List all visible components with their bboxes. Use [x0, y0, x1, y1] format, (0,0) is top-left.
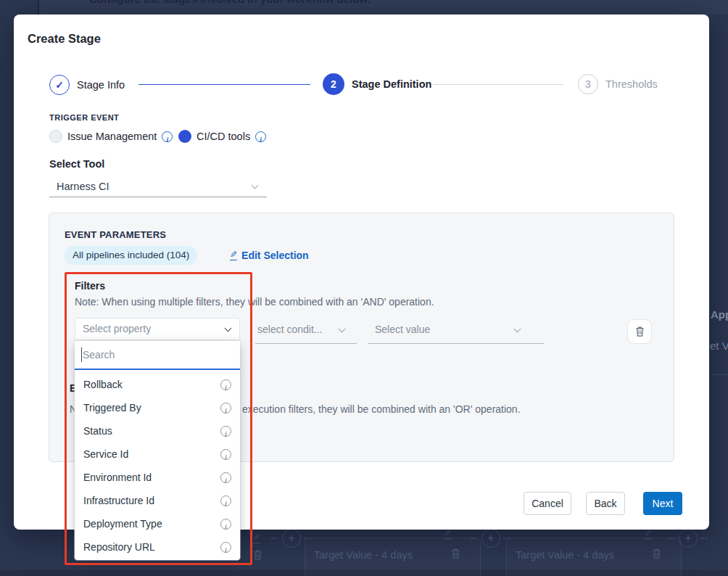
- edit-selection-label: Edit Selection: [241, 250, 309, 261]
- item-label: Repository URL: [83, 541, 155, 553]
- background-bottom-band: [0, 570, 728, 576]
- info-icon[interactable]: [220, 472, 231, 483]
- step-label: Stage Definition: [352, 78, 431, 90]
- filters-note: Note: When using multiple filters, they …: [75, 296, 434, 308]
- modal-title: Create Stage: [28, 32, 101, 46]
- edit-icon: [645, 529, 652, 539]
- radio-issue-management[interactable]: Issue Management: [49, 129, 173, 144]
- next-button[interactable]: Next: [643, 492, 682, 515]
- dropdown-item-infrastructure-id[interactable]: Infrastructure Id: [75, 489, 240, 512]
- step-stage-definition[interactable]: 2 Stage Definition: [323, 73, 431, 95]
- connector-dash: [271, 538, 278, 539]
- step-number: 3: [578, 74, 598, 94]
- step-thresholds[interactable]: 3 Thresholds: [578, 73, 658, 95]
- info-icon[interactable]: [220, 379, 231, 390]
- radio-label: CI/CD tools: [197, 131, 250, 142]
- value-select-underline: [368, 343, 544, 344]
- stepper-connector: [138, 84, 310, 85]
- info-icon[interactable]: [220, 495, 231, 506]
- pipelines-included-badge: All pipelines included (104): [65, 246, 197, 265]
- background-heading-cutoff: Configure the stages involved in your wo…: [89, 0, 371, 5]
- check-icon: [49, 75, 70, 95]
- stage-card-label: Target Value - 4 days: [516, 549, 614, 561]
- info-icon[interactable]: [220, 449, 231, 460]
- background-right-text-fragment: et V: [710, 340, 728, 352]
- search-input[interactable]: [83, 346, 228, 363]
- item-label: Triggered By: [83, 402, 141, 414]
- select-tool-label: Select Tool: [49, 158, 104, 170]
- delete-filter-button[interactable]: [627, 319, 652, 344]
- filters-title: Filters: [75, 280, 105, 292]
- radio-label: Issue Management: [67, 131, 157, 142]
- property-dropdown-panel: Rollback Triggered By Status Service Id …: [75, 341, 240, 560]
- trash-icon: [651, 548, 662, 559]
- step-label: Stage Info: [77, 79, 125, 91]
- background-right-text-fragment: App: [711, 308, 728, 321]
- connector-dash: [668, 538, 674, 539]
- dropdown-item-triggered-by[interactable]: Triggered By: [75, 396, 240, 419]
- background-dashed-line: [712, 374, 728, 375]
- item-label: Service Id: [83, 448, 128, 460]
- stepper-connector: [433, 84, 563, 85]
- chevron-down-icon: [252, 182, 259, 189]
- item-label: Rollback: [83, 379, 123, 390]
- cancel-button[interactable]: Cancel: [524, 492, 571, 515]
- add-icon: [481, 529, 500, 548]
- back-button[interactable]: Back: [586, 492, 625, 515]
- step-label: Thresholds: [605, 78, 658, 90]
- background-left-text-fragment: Y: [0, 61, 5, 73]
- trash-icon: [252, 549, 263, 561]
- edit-selection-link[interactable]: Edit Selection: [230, 250, 309, 261]
- tool-select[interactable]: Harness CI: [49, 177, 267, 197]
- execution-filters-note: execution filters, they will be combined…: [242, 403, 521, 415]
- item-label: Deployment Type: [83, 518, 162, 530]
- screen: Configure the stages involved in your wo…: [0, 0, 728, 576]
- add-icon: [282, 529, 301, 548]
- dropdown-item-rollback[interactable]: Rollback: [75, 373, 240, 396]
- dropdown-item-list: Rollback Triggered By Status Service Id …: [75, 373, 240, 559]
- info-icon[interactable]: [162, 131, 173, 142]
- background-card: Configure the stages involved in your wo…: [38, 0, 728, 15]
- dropdown-item-repository-url[interactable]: Repository URL: [75, 535, 240, 559]
- radio-cicd-tools[interactable]: CI/CD tools: [178, 129, 266, 144]
- property-select-placeholder: Select property: [83, 318, 151, 340]
- dropdown-item-service-id[interactable]: Service Id: [75, 443, 240, 466]
- connector-dash: [471, 538, 477, 539]
- tool-select-value: Harness CI: [57, 177, 109, 196]
- info-icon[interactable]: [255, 131, 266, 142]
- text-cursor: [81, 347, 82, 362]
- event-parameters-title: EVENT PARAMETERS: [65, 229, 166, 240]
- info-icon[interactable]: [220, 519, 231, 530]
- filter-condition-select[interactable]: select condit...: [257, 324, 323, 335]
- item-label: Infrastructure Id: [83, 495, 154, 506]
- add-icon: [679, 529, 698, 548]
- filter-value-select[interactable]: Select value: [375, 324, 430, 335]
- filter-property-select[interactable]: Select property: [75, 318, 240, 340]
- item-label: Status: [83, 425, 112, 437]
- step-stage-info[interactable]: Stage Info: [49, 74, 125, 96]
- edit-icon: [230, 250, 237, 260]
- radio-icon-selected: [178, 130, 191, 143]
- radio-icon: [49, 130, 62, 143]
- condition-select-underline: [255, 343, 357, 344]
- info-icon[interactable]: [220, 426, 231, 437]
- background-top-strip: Configure the stages involved in your wo…: [0, 0, 728, 15]
- dropdown-item-environment-id[interactable]: Environment Id: [75, 466, 240, 489]
- chevron-down-icon: [225, 325, 232, 332]
- info-icon[interactable]: [220, 403, 231, 414]
- step-number: 2: [323, 73, 344, 95]
- dropdown-item-deployment-type[interactable]: Deployment Type: [75, 512, 240, 535]
- item-label: Environment Id: [83, 472, 152, 483]
- edit-icon: [253, 533, 260, 543]
- stage-card-label: Target Value - 4 days: [314, 549, 413, 561]
- info-icon[interactable]: [220, 542, 231, 553]
- background-divider: [38, 0, 39, 15]
- trash-icon: [450, 548, 461, 559]
- dropdown-search[interactable]: [75, 341, 240, 370]
- edit-icon: [444, 529, 451, 539]
- dropdown-item-status[interactable]: Status: [75, 419, 240, 443]
- trigger-event-label: TRIGGER EVENT: [49, 113, 119, 122]
- connector-dash: [700, 538, 707, 539]
